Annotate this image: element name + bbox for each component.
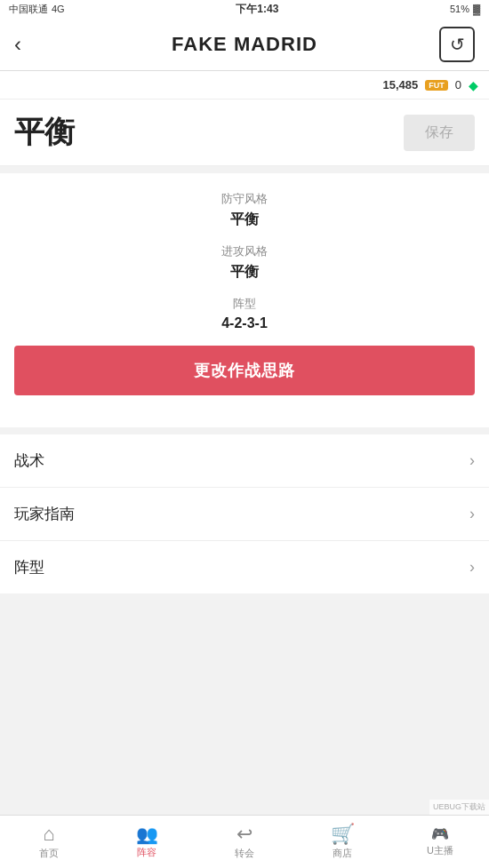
player-guide-label: 玩家指南 [14,504,75,524]
attack-style-value: 平衡 [221,263,268,282]
status-right: 51% ▓ [450,4,480,14]
save-button[interactable]: 保存 [404,115,475,151]
tab-store-label: 商店 [333,847,352,860]
currency-zero: 0 [455,78,461,92]
formation-menu-item[interactable]: 阵型 › [0,541,489,593]
tactics-chevron-icon: › [469,451,475,470]
title-row: 平衡 保存 [0,100,489,166]
player-guide-chevron-icon: › [469,505,475,523]
status-bar: 中国联通 4G 下午1:43 51% ▓ [0,0,489,18]
battery-label: 51% [450,4,469,14]
formation-label: 阵型 [221,296,268,312]
defense-style-item: 防守风格 平衡 [221,191,268,229]
defense-style-label: 防守风格 [221,191,268,207]
currency-badge: FUT [425,80,448,91]
tab-ucaster[interactable]: 🎮 U主播 [391,816,489,868]
squad-icon: 👥 [136,825,158,843]
tab-bar: ⌂ 首页 👥 阵容 ↩ 转会 🛒 商店 🎮 U主播 [0,815,489,868]
status-left: 中国联通 4G [9,3,65,16]
content-spacer [0,593,489,815]
refresh-icon: ↺ [450,34,465,55]
formation-menu-label: 阵型 [14,557,44,577]
formation-item: 阵型 4-2-3-1 [221,296,268,331]
tab-squad-label: 阵容 [137,846,156,859]
page-title: 平衡 [14,112,75,153]
header: ‹ FAKE MADRID ↺ [0,18,489,71]
status-time: 下午1:43 [236,2,278,17]
transfer-icon: ↩ [236,824,253,844]
formation-value: 4-2-3-1 [221,315,268,331]
change-tactics-button[interactable]: 更改作战思路 [14,346,475,395]
network-label: 4G [52,4,65,14]
store-icon: 🛒 [331,824,355,844]
tab-squad[interactable]: 👥 阵容 [98,816,196,868]
tab-ucaster-label: U主播 [427,844,453,857]
currency-bar: 15,485 FUT 0 ◆ [0,71,489,100]
tab-transfer[interactable]: ↩ 转会 [196,816,293,868]
tab-transfer-label: 转会 [235,847,254,860]
header-title: FAKE MADRID [172,33,317,56]
player-guide-menu-item[interactable]: 玩家指南 › [0,488,489,541]
refresh-icon-button[interactable]: ↺ [439,27,475,62]
back-button[interactable]: ‹ [14,32,50,57]
tactics-label: 战术 [14,450,44,471]
tab-store[interactable]: 🛒 商店 [293,816,391,868]
battery-icon: ▓ [473,4,480,14]
tactics-menu-item[interactable]: 战术 › [0,434,489,488]
carrier-label: 中国联通 [9,3,48,16]
attack-style-item: 进攻风格 平衡 [221,243,268,282]
tab-home-label: 首页 [39,847,59,860]
home-icon: ⌂ [43,824,54,844]
currency-amount: 15,485 [383,78,419,92]
watermark: UEBUG下载站 [429,800,489,815]
attack-style-label: 进攻风格 [221,243,268,259]
diamond-icon: ◆ [469,78,478,92]
ucaster-icon: 🎮 [431,827,449,841]
info-section: 防守风格 平衡 进攻风格 平衡 阵型 4-2-3-1 更改作战思路 [0,173,489,427]
defense-style-value: 平衡 [221,211,268,229]
formation-chevron-icon: › [469,558,475,577]
tab-home[interactable]: ⌂ 首页 [0,816,98,868]
menu-section: 战术 › 玩家指南 › 阵型 › [0,434,489,593]
